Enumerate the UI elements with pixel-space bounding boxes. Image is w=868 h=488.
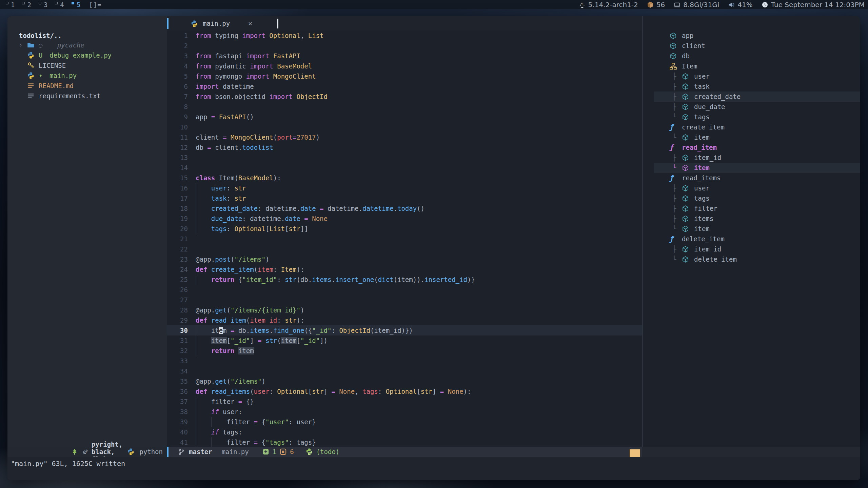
code-line-19[interactable]: 19 due_date: datetime.date = None: [167, 214, 642, 224]
code-line-31[interactable]: 31 item["_id"] = str(item["_id"]): [167, 336, 642, 346]
tree-connector: ├: [672, 214, 676, 224]
code-line-34[interactable]: 34: [167, 366, 642, 376]
line-number: 8: [167, 102, 188, 112]
code-line-36[interactable]: 36def read_items(user: Optional[str] = N…: [167, 386, 642, 396]
tree-connector: └: [672, 132, 676, 142]
variable-icon: [682, 103, 689, 110]
file-tree-item-main-py[interactable]: •main.py: [7, 70, 167, 81]
code-line-8[interactable]: 8: [167, 102, 642, 112]
package-icon: [647, 1, 654, 8]
outline-symbol-app[interactable]: app: [643, 30, 860, 41]
outline-symbol-read_items[interactable]: ƒread_items: [643, 173, 860, 183]
code-line-25[interactable]: 25 return {"item_id": str(db.items.inser…: [167, 274, 642, 285]
code-line-14[interactable]: 14: [167, 163, 642, 173]
outline-symbol-items[interactable]: ├items: [643, 214, 860, 224]
outline-symbol-item[interactable]: └item: [643, 163, 860, 173]
outline-symbol-client[interactable]: client: [643, 41, 860, 51]
workspace-4[interactable]: 4: [51, 1, 67, 8]
code-line-18[interactable]: 18 created_date: datetime.date = datetim…: [167, 203, 642, 214]
code-line-11[interactable]: 11client = MongoClient(port=27017): [167, 132, 642, 142]
tree-connector: ├: [672, 92, 676, 102]
outline-symbol-due_date[interactable]: ├due_date: [643, 102, 860, 112]
code-line-37[interactable]: 37 filter = {}: [167, 396, 642, 407]
code-text: filter = {"tags": tags}: [188, 437, 642, 447]
code-line-7[interactable]: 7from bson.objectid import ObjectId: [167, 92, 642, 102]
code-line-17[interactable]: 17 task: str: [167, 193, 642, 203]
outline-symbol-filter[interactable]: ├filter: [643, 203, 860, 214]
file-tree-item-debug-example-py[interactable]: Udebug_example.py: [7, 50, 167, 60]
outline-symbol-created_date[interactable]: ├created_date: [643, 92, 860, 102]
code-line-1[interactable]: 1from typing import Optional, List: [167, 30, 642, 41]
code-line-29[interactable]: 29def read_item(item_id: str):: [167, 315, 642, 325]
code-line-33[interactable]: 33: [167, 356, 642, 366]
code-line-22[interactable]: 22: [167, 244, 642, 254]
code-line-5[interactable]: 5from pymongo import MongoClient: [167, 71, 642, 81]
code-line-30[interactable]: 30 item = db.items.find_one({"_id": Obje…: [167, 325, 642, 336]
file-name: debug_example.py: [50, 50, 112, 60]
code-line-6[interactable]: 6import datetime: [167, 81, 642, 92]
workspace-5[interactable]: 5: [68, 1, 84, 8]
scroll-progress-block: [630, 449, 640, 457]
outline-symbol-item_id[interactable]: ├item_id: [643, 244, 860, 254]
code-line-23[interactable]: 23@app.post("/items"): [167, 254, 642, 264]
outline-symbol-delete_item[interactable]: ƒdelete_item: [643, 234, 860, 244]
code-line-4[interactable]: 4from pydantic import BaseModel: [167, 61, 642, 71]
code-line-10[interactable]: 10: [167, 122, 642, 132]
outline-symbol-read_item[interactable]: ƒread_item: [643, 142, 860, 152]
code-line-15[interactable]: 15class Item(BaseModel):: [167, 173, 642, 183]
outline-symbol-delete_item[interactable]: └delete_item: [643, 254, 860, 264]
code-line-9[interactable]: 9app = FastAPI(): [167, 112, 642, 122]
symbol-kind-icon: ƒ: [670, 234, 674, 244]
python-icon: [305, 448, 313, 455]
code-line-39[interactable]: 39 filter = {"user": user}: [167, 417, 642, 427]
outline-symbol-item[interactable]: └item: [643, 132, 860, 142]
code-line-27[interactable]: 27: [167, 295, 642, 305]
tab-close-icon[interactable]: ×: [248, 19, 252, 27]
code-line-40[interactable]: 40 if tags:: [167, 427, 642, 437]
outline-symbol-user[interactable]: ├user: [643, 71, 860, 81]
outline-symbol-task[interactable]: ├task: [643, 81, 860, 92]
file-tree-root[interactable]: todolist/..: [19, 30, 62, 41]
workspace-2[interactable]: 2: [18, 1, 35, 8]
code-line-35[interactable]: 35@app.get("/items"): [167, 376, 642, 386]
outline-symbol-db[interactable]: db: [643, 51, 860, 61]
outline-symbol-tags[interactable]: ├tags: [643, 193, 860, 203]
tree-connector: ├: [672, 152, 676, 163]
symbol-label: filter: [694, 203, 717, 214]
code-line-26[interactable]: 26: [167, 285, 642, 295]
code-line-38[interactable]: 38 if user:: [167, 407, 642, 417]
outline-symbol-item_id[interactable]: ├item_id: [643, 152, 860, 163]
code-line-13[interactable]: 13: [167, 152, 642, 163]
workspace-3[interactable]: 3: [35, 1, 51, 8]
code-line-41[interactable]: 41 filter = {"tags": tags}: [167, 437, 642, 447]
variable-icon: [682, 215, 689, 222]
tabline-caret: [277, 19, 278, 28]
file-tree-item-license[interactable]: LICENSE: [7, 60, 167, 70]
code-line-28[interactable]: 28@app.get("/items/{item_id}"): [167, 305, 642, 315]
code-line-2[interactable]: 2: [167, 41, 642, 51]
outline-symbol-user[interactable]: ├user: [643, 183, 860, 193]
code-line-20[interactable]: 20 tags: Optional[List[str]]: [167, 224, 642, 234]
file-tree-item--pycache-[interactable]: ›◌__pycache__: [7, 40, 167, 50]
outline-symbol-tags[interactable]: └tags: [643, 112, 860, 122]
variable-icon: [670, 53, 677, 60]
code-line-32[interactable]: 32 return item: [167, 346, 642, 356]
indent-guide: [196, 346, 196, 356]
outline-symbol-create_item[interactable]: ƒcreate_item: [643, 122, 860, 132]
file-tree-item-readme-md[interactable]: README.md: [7, 81, 167, 91]
file-tree-item-requirements-txt[interactable]: requirements.txt: [7, 91, 167, 101]
line-number: 29: [167, 315, 188, 325]
outline-symbol-Item[interactable]: Item: [643, 61, 860, 71]
outline-symbol-item[interactable]: └item: [643, 224, 860, 234]
code-line-12[interactable]: 12db = client.todolist: [167, 142, 642, 152]
workspace-1[interactable]: 1: [2, 1, 18, 8]
code-line-16[interactable]: 16 user: str: [167, 183, 642, 193]
code-line-21[interactable]: 21: [167, 234, 642, 244]
code-line-3[interactable]: 3from fastapi import FastAPI: [167, 51, 642, 61]
code-line-24[interactable]: 24def create_item(item: Item):: [167, 264, 642, 274]
line-number: 15: [167, 173, 188, 183]
symbol-kind-icon: [682, 83, 689, 90]
variable-icon: [670, 42, 677, 49]
tab-main-py[interactable]: main.py ×: [191, 16, 252, 30]
code-text: [188, 122, 642, 132]
